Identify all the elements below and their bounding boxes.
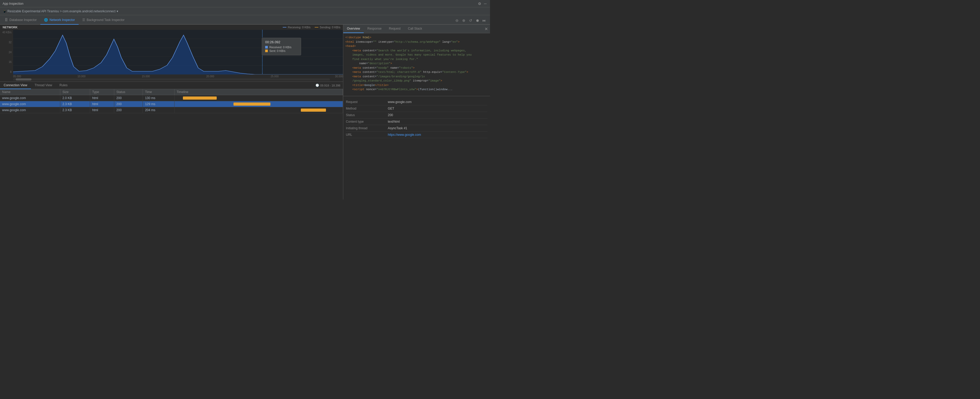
tab-background[interactable]: ☰ Background Task Inspector: [79, 16, 128, 25]
tab-network-label: Network Inspector: [49, 18, 75, 22]
col-type[interactable]: Type: [90, 89, 114, 95]
row2-time: 204 ms: [143, 107, 175, 113]
tooltip-received: Received: 0 KB/s: [265, 46, 298, 49]
tooltip-time: 00:26.092: [265, 40, 298, 44]
sub-tab-rules-label: Rules: [59, 83, 68, 87]
detail-value-method: GET: [388, 107, 487, 110]
row0-timeline: [175, 95, 343, 101]
close-panel-button[interactable]: ✕: [485, 27, 488, 32]
title-bar: App Inspection ⚙ ─: [0, 0, 490, 7]
code-line-12: <script nonce="n407RJtYRBwFl3nts_uXw">(f…: [345, 87, 488, 92]
sending-legend-color: [315, 27, 318, 27]
detail-tab-response[interactable]: Response: [364, 25, 385, 33]
app-title: App Inspection: [3, 2, 23, 5]
sub-tab-thread[interactable]: Thread View: [31, 82, 56, 89]
sub-tab-thread-label: Thread View: [35, 83, 52, 87]
detail-tab-overview[interactable]: Overview: [343, 25, 364, 33]
row1-size: 2.3 KB: [60, 101, 90, 107]
row0-timeline-bar: [183, 96, 216, 100]
settings-icon[interactable]: ⚙: [477, 2, 482, 6]
chart-scrollbar-thumb[interactable]: [16, 78, 32, 80]
code-line-8: <meta content="text/html; charset=UTF-8"…: [345, 70, 488, 75]
row0-size: 2.0 KB: [60, 95, 90, 101]
row1-status: 200: [114, 101, 143, 107]
col-size[interactable]: Size: [60, 89, 90, 95]
zoom-out-button[interactable]: ⊖: [454, 18, 460, 23]
table-row[interactable]: www.google.com 2.3 KB html 200 204 ms: [0, 107, 343, 113]
details-table: Request www.google.com Method GET Status…: [343, 96, 490, 200]
code-line-3: <meta content="Search the world's inform…: [345, 48, 488, 53]
table-row[interactable]: www.google.com 2.3 KB html 200 129 ms: [0, 101, 343, 107]
detail-tab-request[interactable]: Request: [385, 25, 404, 33]
detail-tab-callstack[interactable]: Call Stack: [404, 25, 426, 33]
chart-area: NETWORK Receiving: 0 KB/s Sending: 0 KB/…: [0, 25, 343, 82]
row2-timeline: [175, 107, 343, 113]
y-label-4: 8: [2, 70, 11, 73]
code-line-10: /googleg_standard_color_128dp.png" itemp…: [345, 79, 488, 83]
code-line-9: <meta content="/images/branding/googleg/…: [345, 75, 488, 79]
detail-label-thread: Initiating thread: [346, 126, 388, 130]
col-time[interactable]: Time: [143, 89, 175, 95]
time-range: 09.918 - 18.398: [320, 84, 340, 87]
live-button[interactable]: ⏺: [475, 18, 480, 23]
reset-button[interactable]: ↺: [468, 18, 473, 23]
col-timeline[interactable]: Timeline: [175, 89, 343, 95]
row1-timeline: [175, 101, 343, 107]
next-button[interactable]: ⏭: [482, 18, 487, 23]
detail-label-status: Status: [346, 113, 388, 117]
tab-database-label: Database Inspector: [10, 18, 37, 22]
sending-label: Sending: 0 KB/s: [320, 26, 340, 29]
breadcrumb-text: Resizable Experimental API Tiramisu > co…: [7, 10, 116, 13]
row0-type: html: [90, 95, 114, 101]
sub-tab-rules[interactable]: Rules: [56, 82, 71, 89]
y-label-0: 40 KB/s: [2, 31, 11, 34]
table-row[interactable]: www.google.com 2.0 KB html 200 130 ms: [0, 95, 343, 101]
background-icon: ☰: [82, 18, 85, 22]
receiving-legend-color: [283, 27, 286, 27]
chart-svg[interactable]: 00:26.092 Received: 0 KB/s Sent: 0 KB/s: [13, 30, 343, 75]
code-line-6: name="description">: [345, 61, 488, 66]
col-name[interactable]: Name: [0, 89, 60, 95]
legend-sending: Sending: 0 KB/s: [315, 26, 340, 29]
chart-container: 40 KB/s 32 24 16 8: [0, 30, 343, 75]
right-panel: Overview Response Request Call Stack ✕ <…: [343, 25, 490, 200]
col-status[interactable]: Status: [114, 89, 143, 95]
detail-tab-callstack-label: Call Stack: [408, 27, 422, 30]
x-label-4: 25.000: [270, 75, 279, 78]
detail-value-content-type: text/html: [388, 120, 487, 123]
detail-tab-request-label: Request: [389, 27, 401, 30]
table-area: Name Size Type Status Time Timeline www.…: [0, 89, 343, 200]
minimize-icon[interactable]: ─: [483, 2, 487, 6]
breadcrumb-dropdown-icon[interactable]: ▾: [117, 10, 118, 13]
row1-timeline-bar: [234, 102, 270, 105]
detail-label-request: Request: [346, 100, 388, 104]
row1-type: html: [90, 101, 114, 107]
row1-name: www.google.com: [0, 101, 60, 107]
x-label-5: 30.000: [335, 75, 343, 78]
detail-value-status: 200: [388, 113, 487, 117]
detail-tab-group: Overview Response Request Call Stack: [343, 25, 426, 33]
x-label-1: 10.000: [78, 75, 86, 78]
detail-value-url[interactable]: https://www.google.com: [388, 133, 487, 137]
zoom-in-button[interactable]: ⊕: [461, 18, 466, 23]
chart-scrollbar[interactable]: [13, 78, 330, 80]
row2-name: www.google.com: [0, 107, 60, 113]
row0-name: www.google.com: [0, 95, 60, 101]
legend-receiving: Receiving: 0 KB/s: [283, 26, 310, 29]
tab-database[interactable]: 🗄 Database Inspector: [1, 16, 40, 25]
sub-tab-connection[interactable]: Connection View: [0, 82, 31, 89]
tooltip-sent-label: Sent: 0 KB/s: [269, 49, 285, 53]
row2-timeline-bar: [301, 109, 326, 112]
tab-network[interactable]: 🌐 Network Inspector: [40, 16, 79, 25]
x-label-2: 15.000: [142, 75, 150, 78]
detail-tabs: Overview Response Request Call Stack ✕: [343, 25, 490, 33]
row0-status: 200: [114, 95, 143, 101]
clock-icon: 🕐: [315, 84, 319, 87]
detail-row-request: Request www.google.com: [346, 99, 487, 105]
detail-value-request: www.google.com: [388, 100, 487, 104]
chart-title: NETWORK: [3, 26, 18, 29]
chart-legend: Receiving: 0 KB/s Sending: 0 KB/s: [283, 26, 340, 29]
chart-y-axis: 40 KB/s 32 24 16 8: [0, 30, 13, 75]
network-icon: 🌐: [44, 18, 48, 22]
main-content: NETWORK Receiving: 0 KB/s Sending: 0 KB/…: [0, 25, 490, 200]
